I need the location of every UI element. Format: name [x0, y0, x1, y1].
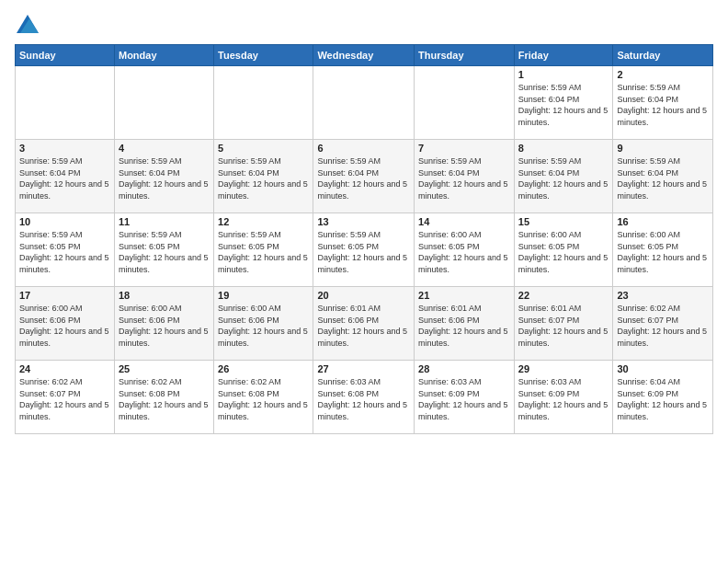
- day-info: Sunrise: 5:59 AM Sunset: 6:04 PM Dayligh…: [119, 155, 210, 201]
- calendar-cell: 18Sunrise: 6:00 AM Sunset: 6:06 PM Dayli…: [114, 287, 213, 361]
- weekday-header-row: SundayMondayTuesdayWednesdayThursdayFrid…: [16, 45, 713, 66]
- day-number: 6: [317, 143, 410, 154]
- calendar-cell: 3Sunrise: 5:59 AM Sunset: 6:04 PM Daylig…: [16, 140, 115, 213]
- header: [15, 15, 713, 33]
- day-info: Sunrise: 6:00 AM Sunset: 6:06 PM Dayligh…: [218, 303, 309, 349]
- day-number: 24: [19, 363, 110, 374]
- day-info: Sunrise: 5:59 AM Sunset: 6:04 PM Dayligh…: [617, 155, 709, 201]
- day-info: Sunrise: 6:00 AM Sunset: 6:06 PM Dayligh…: [119, 303, 210, 349]
- calendar-header: SundayMondayTuesdayWednesdayThursdayFrid…: [16, 45, 713, 66]
- day-number: 30: [617, 363, 709, 374]
- calendar-body: 1Sunrise: 5:59 AM Sunset: 6:04 PM Daylig…: [16, 66, 713, 434]
- calendar-table: SundayMondayTuesdayWednesdayThursdayFrid…: [15, 44, 713, 434]
- calendar-cell: 2Sunrise: 5:59 AM Sunset: 6:04 PM Daylig…: [613, 66, 713, 140]
- calendar-cell: 29Sunrise: 6:03 AM Sunset: 6:09 PM Dayli…: [514, 361, 613, 434]
- weekday-header-sunday: Sunday: [16, 45, 115, 66]
- day-number: 28: [418, 363, 510, 374]
- day-info: Sunrise: 6:03 AM Sunset: 6:09 PM Dayligh…: [418, 376, 510, 422]
- day-number: 9: [617, 143, 709, 154]
- day-info: Sunrise: 6:00 AM Sunset: 6:05 PM Dayligh…: [617, 229, 709, 275]
- day-number: 18: [119, 290, 210, 301]
- page-container: SundayMondayTuesdayWednesdayThursdayFrid…: [0, 0, 728, 442]
- day-number: 14: [418, 216, 510, 227]
- day-info: Sunrise: 6:01 AM Sunset: 6:07 PM Dayligh…: [518, 303, 609, 349]
- calendar-cell: 8Sunrise: 5:59 AM Sunset: 6:04 PM Daylig…: [514, 140, 613, 213]
- calendar-week-1: 1Sunrise: 5:59 AM Sunset: 6:04 PM Daylig…: [16, 66, 713, 140]
- calendar-week-2: 3Sunrise: 5:59 AM Sunset: 6:04 PM Daylig…: [16, 140, 713, 213]
- day-number: 20: [317, 290, 410, 301]
- calendar-cell: 20Sunrise: 6:01 AM Sunset: 6:06 PM Dayli…: [313, 287, 415, 361]
- day-info: Sunrise: 5:59 AM Sunset: 6:05 PM Dayligh…: [317, 229, 410, 275]
- weekday-header-thursday: Thursday: [415, 45, 515, 66]
- calendar-cell: 12Sunrise: 5:59 AM Sunset: 6:05 PM Dayli…: [214, 213, 313, 287]
- day-info: Sunrise: 6:02 AM Sunset: 6:08 PM Dayligh…: [119, 376, 210, 422]
- day-number: 13: [317, 216, 410, 227]
- weekday-header-friday: Friday: [514, 45, 613, 66]
- day-info: Sunrise: 6:04 AM Sunset: 6:09 PM Dayligh…: [617, 376, 709, 422]
- day-info: Sunrise: 6:01 AM Sunset: 6:06 PM Dayligh…: [317, 303, 410, 349]
- calendar-cell: 26Sunrise: 6:02 AM Sunset: 6:08 PM Dayli…: [214, 361, 313, 434]
- calendar-cell: 21Sunrise: 6:01 AM Sunset: 6:06 PM Dayli…: [415, 287, 515, 361]
- calendar-cell: 27Sunrise: 6:03 AM Sunset: 6:08 PM Dayli…: [313, 361, 415, 434]
- calendar-cell: [313, 66, 415, 140]
- day-number: 25: [119, 363, 210, 374]
- calendar-cell: 30Sunrise: 6:04 AM Sunset: 6:09 PM Dayli…: [613, 361, 713, 434]
- day-number: 7: [418, 143, 510, 154]
- calendar-cell: 16Sunrise: 6:00 AM Sunset: 6:05 PM Dayli…: [613, 213, 713, 287]
- day-info: Sunrise: 6:02 AM Sunset: 6:07 PM Dayligh…: [617, 303, 709, 349]
- day-number: 1: [518, 69, 609, 80]
- day-info: Sunrise: 5:59 AM Sunset: 6:05 PM Dayligh…: [19, 229, 110, 275]
- day-number: 16: [617, 216, 709, 227]
- day-info: Sunrise: 6:03 AM Sunset: 6:08 PM Dayligh…: [317, 376, 410, 422]
- calendar-cell: [415, 66, 515, 140]
- day-number: 19: [218, 290, 309, 301]
- calendar-cell: 1Sunrise: 5:59 AM Sunset: 6:04 PM Daylig…: [514, 66, 613, 140]
- calendar-cell: 11Sunrise: 5:59 AM Sunset: 6:05 PM Dayli…: [114, 213, 213, 287]
- day-info: Sunrise: 6:02 AM Sunset: 6:07 PM Dayligh…: [19, 376, 110, 422]
- calendar-week-4: 17Sunrise: 6:00 AM Sunset: 6:06 PM Dayli…: [16, 287, 713, 361]
- weekday-header-saturday: Saturday: [613, 45, 713, 66]
- day-number: 23: [617, 290, 709, 301]
- calendar-cell: 10Sunrise: 5:59 AM Sunset: 6:05 PM Dayli…: [16, 213, 115, 287]
- calendar-cell: 14Sunrise: 6:00 AM Sunset: 6:05 PM Dayli…: [415, 213, 515, 287]
- day-info: Sunrise: 6:00 AM Sunset: 6:05 PM Dayligh…: [418, 229, 510, 275]
- calendar-cell: 24Sunrise: 6:02 AM Sunset: 6:07 PM Dayli…: [16, 361, 115, 434]
- day-number: 8: [518, 143, 609, 154]
- day-number: 27: [317, 363, 410, 374]
- calendar-week-5: 24Sunrise: 6:02 AM Sunset: 6:07 PM Dayli…: [16, 361, 713, 434]
- day-info: Sunrise: 5:59 AM Sunset: 6:04 PM Dayligh…: [518, 82, 609, 128]
- day-number: 10: [19, 216, 110, 227]
- day-number: 22: [518, 290, 609, 301]
- calendar-cell: [16, 66, 115, 140]
- calendar-week-3: 10Sunrise: 5:59 AM Sunset: 6:05 PM Dayli…: [16, 213, 713, 287]
- calendar-cell: 4Sunrise: 5:59 AM Sunset: 6:04 PM Daylig…: [114, 140, 213, 213]
- day-info: Sunrise: 5:59 AM Sunset: 6:04 PM Dayligh…: [617, 82, 709, 128]
- day-info: Sunrise: 5:59 AM Sunset: 6:04 PM Dayligh…: [418, 155, 510, 201]
- calendar-cell: [114, 66, 213, 140]
- calendar-cell: 19Sunrise: 6:00 AM Sunset: 6:06 PM Dayli…: [214, 287, 313, 361]
- day-info: Sunrise: 5:59 AM Sunset: 6:04 PM Dayligh…: [19, 155, 110, 201]
- logo: [15, 15, 39, 33]
- day-info: Sunrise: 6:01 AM Sunset: 6:06 PM Dayligh…: [418, 303, 510, 349]
- calendar-cell: 28Sunrise: 6:03 AM Sunset: 6:09 PM Dayli…: [415, 361, 515, 434]
- calendar-cell: [214, 66, 313, 140]
- calendar-cell: 9Sunrise: 5:59 AM Sunset: 6:04 PM Daylig…: [613, 140, 713, 213]
- day-number: 12: [218, 216, 309, 227]
- logo-icon: [17, 15, 39, 33]
- calendar-cell: 15Sunrise: 6:00 AM Sunset: 6:05 PM Dayli…: [514, 213, 613, 287]
- calendar-cell: 5Sunrise: 5:59 AM Sunset: 6:04 PM Daylig…: [214, 140, 313, 213]
- calendar-cell: 22Sunrise: 6:01 AM Sunset: 6:07 PM Dayli…: [514, 287, 613, 361]
- calendar-cell: 23Sunrise: 6:02 AM Sunset: 6:07 PM Dayli…: [613, 287, 713, 361]
- day-number: 17: [19, 290, 110, 301]
- day-info: Sunrise: 6:02 AM Sunset: 6:08 PM Dayligh…: [218, 376, 309, 422]
- weekday-header-tuesday: Tuesday: [214, 45, 313, 66]
- day-number: 26: [218, 363, 309, 374]
- day-info: Sunrise: 5:59 AM Sunset: 6:05 PM Dayligh…: [218, 229, 309, 275]
- calendar-cell: 25Sunrise: 6:02 AM Sunset: 6:08 PM Dayli…: [114, 361, 213, 434]
- day-number: 5: [218, 143, 309, 154]
- calendar-cell: 7Sunrise: 5:59 AM Sunset: 6:04 PM Daylig…: [415, 140, 515, 213]
- calendar-cell: 13Sunrise: 5:59 AM Sunset: 6:05 PM Dayli…: [313, 213, 415, 287]
- day-info: Sunrise: 5:59 AM Sunset: 6:04 PM Dayligh…: [218, 155, 309, 201]
- day-info: Sunrise: 6:03 AM Sunset: 6:09 PM Dayligh…: [518, 376, 609, 422]
- weekday-header-monday: Monday: [114, 45, 213, 66]
